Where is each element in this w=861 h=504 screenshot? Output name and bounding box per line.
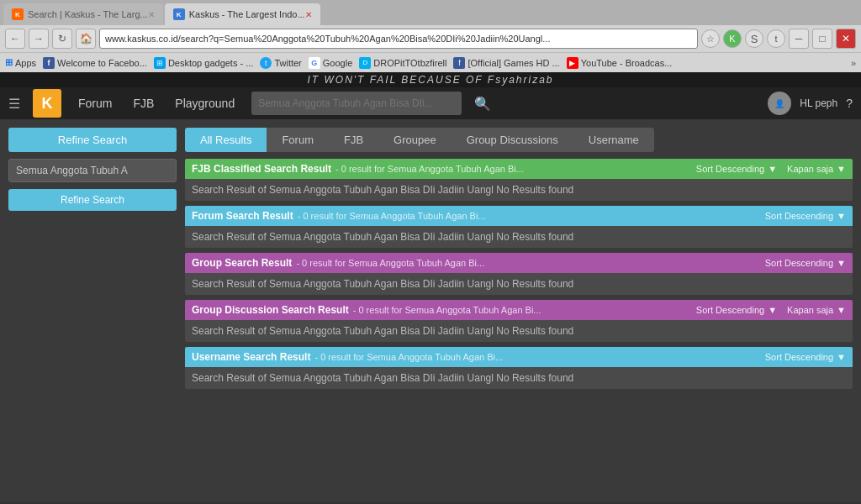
username-result-section: Username Search Result - 0 result for Se… [185, 347, 853, 389]
nav-fjb[interactable]: FJB [129, 90, 158, 117]
bookmark-official-label: [Official] Games HD ... [467, 58, 559, 68]
username-label: HL peph [800, 97, 837, 109]
fjb-result-header: FJB Classified Search Result - 0 result … [185, 159, 853, 179]
bookmark-twitter-label: Twitter [274, 58, 301, 68]
bookmarks-more[interactable]: » [851, 58, 856, 68]
bookmark-official[interactable]: f [Official] Games HD ... [453, 57, 559, 69]
group-result-section: Group Search Result - 0 result for Semua… [185, 253, 853, 295]
bookmarks-bar: ⊞ Apps f Welcome to Facebo... ⊞ Desktop … [0, 52, 861, 72]
forum-result-section: Forum Search Result - 0 result for Semua… [185, 206, 853, 248]
home-button[interactable]: 🏠 [76, 29, 96, 49]
sidebar-search-input[interactable] [8, 159, 177, 182]
tab-forum[interactable]: Forum [267, 128, 329, 152]
tab-2-icon: K [173, 8, 185, 20]
twitter-icon: t [260, 57, 272, 69]
bookmark-fb[interactable]: f Welcome to Facebo... [43, 57, 147, 69]
nav-forum[interactable]: Forum [74, 90, 116, 117]
reload-button[interactable]: ↻ [52, 29, 72, 49]
drop-icon: D [359, 57, 371, 69]
fjb-result-count: - 0 result for Semua Anggota Tubuh Agan … [335, 164, 524, 174]
username-result-count: - 0 result for Semua Anggota Tubuh Agan … [314, 352, 503, 362]
tab-groupee[interactable]: Groupee [378, 128, 452, 152]
address-bar-row: ← → ↻ 🏠 ☆ K S t ─ □ ✕ [0, 25, 861, 52]
forward-button[interactable]: → [29, 29, 49, 49]
bookmark-yt[interactable]: ▶ YouTube - Broadcas... [567, 57, 673, 69]
forum-result-body: Search Result of Semua Anggota Tubuh Aga… [185, 226, 853, 248]
bookmark-google[interactable]: G Google [309, 57, 352, 69]
bookmark-drop[interactable]: D DROPitTOtbzfirell [359, 57, 446, 69]
group-result-count: - 0 result for Semua Anggota Tubuh Agan … [296, 258, 484, 268]
official-icon: f [453, 57, 465, 69]
help-icon[interactable]: ? [846, 97, 853, 110]
tab-2-label: Kaskus - The Largest Indo... [189, 9, 305, 19]
main-layout: Refine Search Refine Search All Results … [0, 119, 861, 502]
fjb-result-section: FJB Classified Search Result - 0 result … [185, 159, 853, 201]
back-button[interactable]: ← [5, 29, 25, 49]
bookmark-apps-label: Apps [15, 58, 36, 68]
bookmark-desktop[interactable]: ⊞ Desktop gadgets - ... [154, 57, 254, 69]
fjb-sort[interactable]: Sort Descending ▼ Kapan saja ▼ [696, 164, 846, 174]
forum-result-count: - 0 result for Semua Anggota Tubuh Agan … [298, 211, 486, 221]
maximize-button[interactable]: □ [812, 29, 832, 49]
bookmark-google-label: Google [323, 58, 352, 68]
bookmark-twitter[interactable]: t Twitter [260, 57, 301, 69]
tab-username[interactable]: Username [573, 128, 654, 152]
minimize-button[interactable]: ─ [789, 29, 809, 49]
top-banner: IT WON'T FAIL BECAUSE OF Fsyahrizab [0, 72, 861, 87]
tab-1[interactable]: K Search | Kaskus - The Larg... ✕ [3, 3, 163, 25]
group-disc-sort[interactable]: Sort Descending ▼ Kapan saja ▼ [696, 305, 846, 315]
browser-ext-3[interactable]: t [767, 29, 785, 48]
group-result-title: Group Search Result [192, 257, 292, 269]
apps-icon: ⊞ [5, 57, 13, 68]
hamburger-menu[interactable]: ☰ [8, 96, 20, 112]
google-icon: G [309, 57, 320, 69]
tab-2[interactable]: K Kaskus - The Largest Indo... ✕ [165, 3, 320, 25]
content-area: All Results Forum FJB Groupee Group Disc… [185, 128, 853, 502]
tab-bar: K Search | Kaskus - The Larg... ✕ K Kask… [0, 0, 861, 25]
page-content: IT WON'T FAIL BECAUSE OF Fsyahrizab ☰ K … [0, 72, 861, 502]
bookmark-drop-label: DROPitTOtbzfirell [373, 58, 446, 68]
group-sort[interactable]: Sort Descending ▼ [765, 258, 846, 268]
forum-result-header: Forum Search Result - 0 result for Semua… [185, 206, 853, 226]
site-search-input[interactable] [251, 92, 462, 115]
bookmark-yt-label: YouTube - Broadcas... [581, 58, 673, 68]
bookmark-fb-label: Welcome to Facebo... [57, 58, 147, 68]
sidebar: Refine Search Refine Search [8, 128, 177, 502]
site-logo[interactable]: K [33, 89, 61, 118]
group-disc-result-section: Group Discussion Search Result - 0 resul… [185, 300, 853, 342]
windows-icon: ⊞ [154, 57, 166, 69]
close-button[interactable]: ✕ [836, 29, 856, 49]
tab-1-close[interactable]: ✕ [148, 10, 155, 19]
username-sort[interactable]: Sort Descending ▼ [765, 352, 846, 362]
group-disc-result-body: Search Result of Semua Anggota Tubuh Aga… [185, 320, 853, 342]
site-nav: ☰ K Forum FJB Playground 🔍 👤 HL peph ? [0, 87, 861, 119]
tab-all-results[interactable]: All Results [185, 128, 267, 152]
search-icon[interactable]: 🔍 [474, 96, 491, 112]
group-result-body: Search Result of Semua Anggota Tubuh Aga… [185, 273, 853, 295]
youtube-icon: ▶ [567, 57, 578, 69]
kaskus-ext-1[interactable]: K [723, 29, 742, 48]
search-tabs: All Results Forum FJB Groupee Group Disc… [185, 128, 853, 152]
group-result-header: Group Search Result - 0 result for Semua… [185, 253, 853, 273]
refine-search-title: Refine Search [8, 128, 177, 152]
tab-1-icon: K [12, 8, 24, 20]
tab-fjb[interactable]: FJB [329, 128, 378, 152]
group-disc-result-header: Group Discussion Search Result - 0 resul… [185, 300, 853, 320]
tab-2-close[interactable]: ✕ [305, 10, 312, 19]
address-input[interactable] [99, 29, 698, 49]
bookmark-desktop-label: Desktop gadgets - ... [168, 58, 254, 68]
bookmark-star[interactable]: ☆ [701, 29, 720, 48]
browser-chrome: K Search | Kaskus - The Larg... ✕ K Kask… [0, 0, 861, 72]
tab-group-discussions[interactable]: Group Discussions [452, 128, 573, 152]
fjb-result-title: FJB Classified Search Result [192, 163, 331, 175]
forum-result-title: Forum Search Result [192, 210, 293, 222]
bookmark-apps[interactable]: ⊞ Apps [5, 57, 36, 68]
refine-search-button[interactable]: Refine Search [8, 189, 177, 211]
kaskus-ext-2[interactable]: S [745, 29, 763, 48]
username-result-header: Username Search Result - 0 result for Se… [185, 347, 853, 367]
nav-playground[interactable]: Playground [171, 90, 239, 117]
username-result-body: Search Result of Semua Anggota Tubuh Aga… [185, 367, 853, 389]
forum-sort[interactable]: Sort Descending ▼ [765, 211, 846, 221]
fjb-result-body: Search Result of Semua Anggota Tubuh Aga… [185, 179, 853, 201]
avatar: 👤 [768, 92, 791, 115]
